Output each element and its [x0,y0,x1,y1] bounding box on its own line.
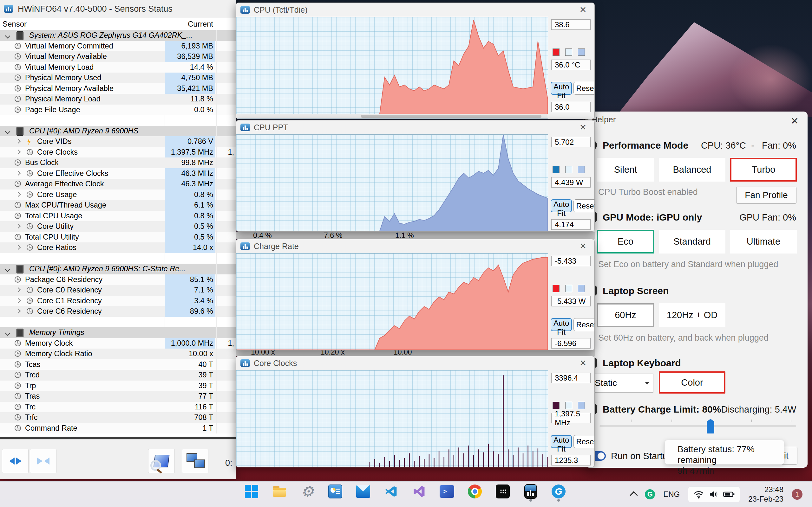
close-icon[interactable]: ✕ [576,358,590,368]
sensor-row[interactable]: Bus Clock99.8 MHz [0,158,236,168]
hwinfo-taskbar-icon[interactable] [523,484,538,499]
sensor-row[interactable]: Total CPU Utility0.5 % [0,232,236,243]
reset-button[interactable]: Reset [573,82,595,95]
sensor-row[interactable]: Core Usage0.8 % [0,189,236,200]
grid-color-swatch[interactable] [578,49,585,56]
expand-columns-button[interactable] [2,449,29,473]
slider-handle[interactable] [707,419,714,434]
mode-button-60hz[interactable]: 60Hz [597,303,654,327]
sensor-row[interactable]: Tcas40 T [0,359,236,370]
series-color-swatch[interactable] [553,285,560,292]
hwinfo-titlebar[interactable]: HWiNFO64 v7.40-5000 - Sensors Status [0,0,236,18]
sensor-row[interactable]: Core C0 Residency7.1 % [0,285,236,296]
grid-color-swatch[interactable] [578,402,585,409]
remote-monitoring-button[interactable] [182,449,208,473]
sensor-row[interactable]: Package C6 Residency85.1 % [0,274,236,285]
grid-color-swatch[interactable] [578,285,585,292]
screen-magnifier-button[interactable] [148,449,175,473]
slider-track[interactable] [600,425,796,427]
file-explorer-icon[interactable] [272,484,287,499]
sensor-row[interactable]: Trcd39 T [0,370,236,381]
collapse-chevron-icon[interactable] [5,267,10,272]
expand-chevron-icon[interactable] [16,245,21,250]
sensor-row[interactable]: Core C1 Residency3.4 % [0,296,236,306]
sensor-row[interactable]: Trfc708 T [0,412,236,423]
collapse-chevron-icon[interactable] [5,33,10,39]
battery-limit-slider[interactable] [600,416,796,435]
sensor-row[interactable]: Total CPU Usage0.8 % [0,211,236,222]
mail-icon[interactable] [356,484,370,499]
visual-studio-icon[interactable] [412,484,426,499]
auto-fit-button[interactable]: Auto Fit [551,435,572,448]
reset-button[interactable]: Reset [573,318,595,331]
language-indicator[interactable]: ENG [663,490,680,499]
sensor-row[interactable]: Tras77 T [0,391,236,402]
sensor-row[interactable]: Average Effective Clock46.3 MHz [0,179,236,189]
mode-button-eco[interactable]: Eco [597,230,654,253]
expand-chevron-icon[interactable] [16,308,21,314]
graph-titlebar[interactable]: Core Clocks ✕ [236,356,595,370]
vscode-icon[interactable] [384,484,398,499]
sensor-row[interactable]: Page File Usage0.0 % [0,105,236,115]
series-color-swatch[interactable] [553,166,560,173]
expand-chevron-icon[interactable] [16,139,21,144]
graph-titlebar[interactable]: CPU (Tctl/Tdie) ✕ [236,3,595,17]
collapse-chevron-icon[interactable] [5,129,10,134]
current-column-header[interactable]: Current [165,18,213,30]
series-color-swatch[interactable] [553,49,560,56]
sensor-section-row[interactable]: Memory Timings [0,327,236,338]
background-color-swatch[interactable] [565,402,572,409]
expand-chevron-icon[interactable] [16,149,21,154]
sensor-section-row[interactable]: CPU [#0]: AMD Ryzen 9 6900HS: C-State Re… [0,264,236,274]
sensor-row[interactable]: Core Utility0.5 % [0,221,236,232]
sensor-row[interactable]: Trp39 T [0,381,236,391]
background-color-swatch[interactable] [565,166,572,173]
auto-fit-button[interactable]: Auto Fit [551,82,572,95]
reset-button[interactable]: Reset [573,435,595,448]
mode-button-balanced[interactable]: Balanced [659,158,725,181]
expand-chevron-icon[interactable] [16,224,21,229]
sensor-row[interactable]: Core Clocks1,397.5 MHz1, [0,147,236,158]
reset-button[interactable]: Reset [573,199,595,212]
close-icon[interactable]: ✕ [576,5,590,15]
sensor-row[interactable]: Virtual Memory Available36,539 MB [0,51,236,62]
auto-fit-button[interactable]: Auto Fit [551,318,572,331]
mode-button-turbo[interactable]: Turbo [730,158,797,181]
sensor-row[interactable]: Physical Memory Load11.8 % [0,94,236,105]
auto-fit-button[interactable]: Auto Fit [551,199,572,212]
ghelper-taskbar-icon[interactable]: G [551,484,566,499]
sensor-row[interactable]: Physical Memory Available35,421 MB [0,83,236,94]
sensor-row[interactable]: Trc116 T [0,402,236,412]
sensor-row[interactable]: Core Ratios14.0 x [0,242,236,253]
settings-gear-icon[interactable]: ⚙ [300,484,315,499]
sensor-section-row[interactable]: System: ASUS ROG Zephyrus G14 GA402RK_..… [0,30,236,41]
sensor-row[interactable]: Memory Clock1,000.0 MHz1, [0,338,236,349]
close-icon[interactable]: ✕ [791,115,799,126]
sensor-row[interactable]: Core VIDs0.786 V [0,136,236,147]
close-icon[interactable]: ✕ [576,241,590,251]
keyboard-backlight-dropdown[interactable]: Static [591,374,653,393]
keyboard-color-button[interactable]: Color [659,372,725,394]
expand-chevron-icon[interactable] [16,298,21,303]
streaming-app-icon[interactable] [496,484,510,499]
mode-button-silent[interactable]: Silent [597,158,654,181]
tray-overflow-chevron-icon[interactable] [630,491,638,499]
grid-color-swatch[interactable] [578,166,585,173]
background-color-swatch[interactable] [565,285,572,292]
system-monitor-icon[interactable] [328,484,343,499]
mode-button-120hz-od[interactable]: 120Hz + OD [659,303,725,327]
series-color-swatch[interactable] [553,402,560,409]
expand-chevron-icon[interactable] [16,192,21,197]
graph-titlebar[interactable]: CPU PPT ✕ [236,120,595,134]
start-button-icon[interactable] [244,484,259,499]
sensor-column-header[interactable]: Sensor [3,18,27,30]
fan-profile-button[interactable]: Fan Profile [736,187,797,204]
expand-chevron-icon[interactable] [16,287,21,292]
sensor-row[interactable]: Virtual Memory Committed6,193 MB [0,41,236,52]
run-on-startup-row[interactable]: Run on Startup [589,448,673,464]
background-color-swatch[interactable] [565,49,572,56]
sensor-row[interactable]: Command Rate1 T [0,423,236,434]
sensor-section-row[interactable]: CPU [#0]: AMD Ryzen 9 6900HS [0,126,236,136]
mode-button-standard[interactable]: Standard [659,230,725,253]
graph-scrollbar[interactable] [236,114,548,118]
